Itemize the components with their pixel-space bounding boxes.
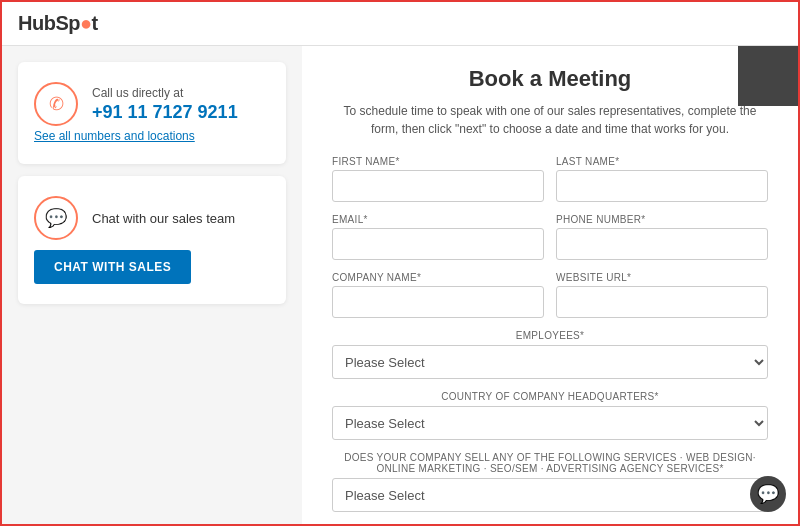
dark-box [738, 46, 798, 106]
left-panel: ✆ Call us directly at +91 11 7127 9211 S… [2, 46, 302, 526]
name-row: FIRST NAME* LAST NAME* [332, 156, 768, 202]
email-phone-row: EMAIL* PHONE NUMBER* [332, 214, 768, 260]
email-input[interactable] [332, 228, 544, 260]
employees-select[interactable]: Please Select 1-5 6-25 26-200 201-1000 1… [332, 345, 768, 379]
company-website-row: COMPANY NAME* WEBSITE URL* [332, 272, 768, 318]
email-group: EMAIL* [332, 214, 544, 260]
company-group: COMPANY NAME* [332, 272, 544, 318]
phone-number: +91 11 7127 9211 [92, 102, 238, 123]
header: HubSp●t [2, 2, 798, 46]
right-panel: Book a Meeting To schedule time to speak… [302, 46, 798, 526]
email-label: EMAIL* [332, 214, 544, 225]
last-name-group: LAST NAME* [556, 156, 768, 202]
company-label: COMPANY NAME* [332, 272, 544, 283]
see-all-numbers-link[interactable]: See all numbers and locations [34, 129, 195, 143]
phone-input[interactable] [556, 228, 768, 260]
services-section: DOES YOUR COMPANY SELL ANY OF THE FOLLOW… [332, 452, 768, 512]
form-description: To schedule time to speak with one of ou… [332, 102, 768, 138]
website-label: WEBSITE URL* [556, 272, 768, 283]
call-label: Call us directly at [92, 86, 238, 100]
phone-icon: ✆ [34, 82, 78, 126]
employees-label: EMPLOYEES* [332, 330, 768, 341]
hubspot-logo: HubSp●t [18, 12, 98, 35]
call-card: ✆ Call us directly at +91 11 7127 9211 S… [18, 62, 286, 164]
services-label: DOES YOUR COMPANY SELL ANY OF THE FOLLOW… [332, 452, 768, 474]
first-name-input[interactable] [332, 170, 544, 202]
first-name-label: FIRST NAME* [332, 156, 544, 167]
chat-icon: 💬 [34, 196, 78, 240]
call-card-text: Call us directly at +91 11 7127 9211 [92, 86, 238, 123]
form-title: Book a Meeting [332, 66, 768, 92]
chat-with-sales-button[interactable]: CHAT WITH SALES [34, 250, 191, 284]
chat-card: 💬 Chat with our sales team CHAT WITH SAL… [18, 176, 286, 304]
services-select[interactable]: Please Select Yes No [332, 478, 768, 512]
last-name-label: LAST NAME* [556, 156, 768, 167]
last-name-input[interactable] [556, 170, 768, 202]
first-name-group: FIRST NAME* [332, 156, 544, 202]
website-group: WEBSITE URL* [556, 272, 768, 318]
phone-group: PHONE NUMBER* [556, 214, 768, 260]
website-input[interactable] [556, 286, 768, 318]
main-content: ✆ Call us directly at +91 11 7127 9211 S… [2, 46, 798, 526]
employees-section: EMPLOYEES* Please Select 1-5 6-25 26-200… [332, 330, 768, 379]
country-label: COUNTRY OF COMPANY HEADQUARTERS* [332, 391, 768, 402]
chat-label: Chat with our sales team [92, 211, 235, 226]
chat-widget-button[interactable]: 💬 [750, 476, 786, 512]
logo-accent: ● [80, 12, 92, 34]
country-select[interactable]: Please Select United States India United… [332, 406, 768, 440]
phone-label: PHONE NUMBER* [556, 214, 768, 225]
company-input[interactable] [332, 286, 544, 318]
country-section: COUNTRY OF COMPANY HEADQUARTERS* Please … [332, 391, 768, 440]
